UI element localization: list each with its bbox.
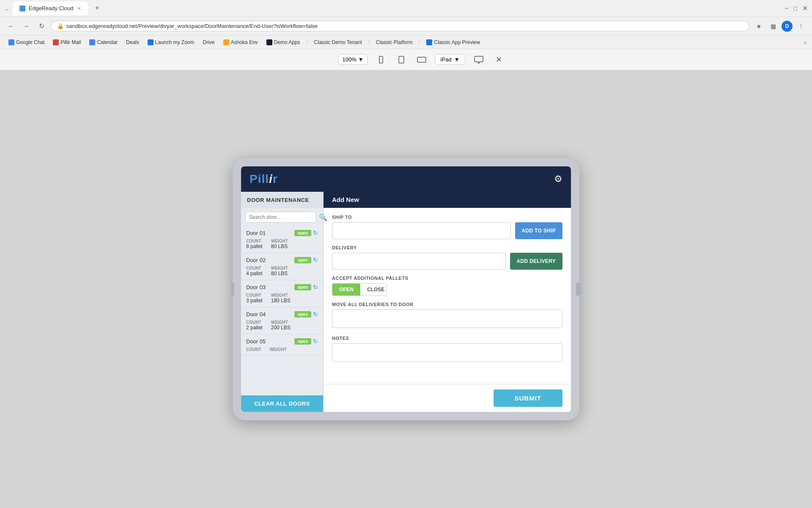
notes-section: NOTES	[332, 336, 562, 364]
content-area: Pillir ⚙ DOOR MAINTENANCE 🔍	[0, 70, 812, 508]
settings-icon[interactable]: ⚙	[554, 174, 562, 185]
tab-favicon	[19, 6, 25, 11]
svg-rect-2	[417, 57, 426, 62]
profile-icon[interactable]: D	[782, 21, 793, 32]
door-01-refresh-icon[interactable]: ↻	[313, 229, 318, 236]
delivery-label: DELIVERY	[332, 245, 562, 250]
door-item-02[interactable]: Door 02 open ↻ COUNT 4 pallet	[241, 253, 323, 280]
bookmark-label: Deals	[126, 39, 139, 45]
add-new-title: Add New	[332, 196, 359, 203]
bookmark-demo-apps[interactable]: Demo Apps	[263, 38, 304, 47]
bookmark-calendar[interactable]: Calendar	[86, 38, 121, 47]
ship-to-label: SHIP TO	[332, 215, 562, 220]
notes-input[interactable]	[332, 343, 562, 362]
door-02-name: Door 02	[246, 257, 266, 263]
door-03-count-label: COUNT	[246, 293, 263, 298]
window-close-btn[interactable]: ✕	[802, 4, 808, 12]
door-05-badges: open ↻	[294, 338, 318, 345]
ship-to-input[interactable]	[332, 222, 511, 239]
bookmark-label: Ashoka Env	[231, 39, 258, 45]
submit-button[interactable]: SUBMIT	[494, 389, 563, 407]
extensions-icon[interactable]: ▩	[767, 20, 779, 32]
bookmark-label: Classic Demo Tenant	[314, 39, 362, 45]
bookmark-pillir-mail[interactable]: Pillir Mail	[49, 38, 84, 47]
door-01-header: Door 01 open ↻	[246, 229, 318, 236]
door-03-stats: COUNT 3 pallet WEIGHT 180 LBS	[246, 293, 318, 304]
bookmark-zoom[interactable]: Launch my Zoom	[144, 38, 198, 47]
door-03-name: Door 03	[246, 284, 266, 290]
browser-tab[interactable]: EdgeReady Cloud ✕	[13, 2, 88, 15]
maximize-btn[interactable]: □	[794, 5, 797, 12]
bookmark-classic-demo[interactable]: Classic Demo Tenant	[311, 38, 365, 47]
door-04-refresh-icon[interactable]: ↻	[313, 311, 318, 318]
logo-i: i	[269, 172, 273, 185]
move-deliveries-input[interactable]	[332, 309, 562, 328]
zoom-value: 100%	[342, 56, 356, 63]
calendar-icon	[89, 39, 95, 45]
door-04-count-col: COUNT 2 pallet	[246, 320, 263, 331]
back-btn[interactable]: ←	[5, 20, 17, 32]
new-tab-btn[interactable]: +	[91, 3, 103, 14]
door-05-header: Door 05 open ↻	[246, 338, 318, 345]
door-02-refresh-icon[interactable]: ↻	[313, 257, 318, 263]
door-03-count-col: COUNT 3 pallet	[246, 293, 263, 304]
door-04-status: open	[294, 311, 311, 318]
door-05-refresh-icon[interactable]: ↻	[313, 338, 318, 345]
device-dropdown-icon: ▼	[454, 56, 460, 63]
door-01-weight-label: WEIGHT	[271, 239, 288, 243]
add-to-ship-button[interactable]: ADD TO SHIP	[515, 222, 562, 239]
device-toolbar: 100% ▼ iPad ▼ ✕	[0, 49, 812, 70]
bookmark-label: Demo Apps	[274, 39, 300, 45]
bookmark-classic-app-preview[interactable]: Classic App Preview	[423, 38, 483, 47]
door-item-04[interactable]: Door 04 open ↻ COUNT 2 pallet	[241, 307, 323, 334]
close-toggle-btn[interactable]: CLOSE	[360, 284, 387, 295]
door-list: Door 01 open ↻ COUNT 8 pallet	[241, 226, 323, 395]
tablet-portrait-btn[interactable]	[395, 53, 408, 66]
door-item-01[interactable]: Door 01 open ↻ COUNT 8 pallet	[241, 226, 323, 253]
bookmark-label: Launch my Zoom	[155, 39, 195, 45]
svg-rect-3	[475, 56, 483, 62]
minimize-btn[interactable]: −	[785, 5, 788, 12]
browser-toolbar: ← → ↻ 🔒 sandbox.edgereadycloud.net/Previ…	[0, 17, 812, 36]
zoom-select[interactable]: 100% ▼	[338, 54, 367, 65]
door-item-03[interactable]: Door 03 open ↻ COUNT 3 pallet	[241, 280, 323, 307]
device-select[interactable]: iPad ▼	[435, 54, 465, 65]
bookmark-label: Classic App Preview	[434, 39, 480, 45]
tablet-landscape-btn[interactable]	[415, 53, 428, 66]
bookmark-label: Calendar	[97, 39, 118, 45]
bookmark-classic-platform[interactable]: Classic Platform	[373, 38, 416, 47]
more-bookmarks-btn[interactable]: »	[804, 39, 807, 46]
forward-btn[interactable]: →	[20, 20, 32, 32]
monitor-icon[interactable]	[472, 53, 486, 66]
refresh-btn[interactable]: ↻	[36, 20, 47, 32]
sidebar-search-bar: 🔍	[241, 208, 323, 226]
bookmark-ashoka[interactable]: Ashoka Env	[220, 38, 261, 47]
door-04-stats: COUNT 2 pallet WEIGHT 200 LBS	[246, 320, 318, 331]
browser-window: ⌄ EdgeReady Cloud ✕ + − □ ✕ ← → ↻ 🔒 sand…	[0, 0, 812, 508]
add-delivery-button[interactable]: ADD DELIVERY	[510, 253, 563, 270]
door-01-name: Door 01	[246, 230, 266, 236]
open-toggle-btn[interactable]: OPEN	[332, 284, 360, 295]
app-header: Pillir ⚙	[241, 166, 571, 192]
notes-label: NOTES	[332, 336, 562, 341]
bookmark-deals[interactable]: Deals	[123, 38, 143, 47]
delivery-input[interactable]	[332, 253, 506, 270]
bookmark-icon[interactable]: ★	[753, 20, 765, 32]
door-03-refresh-icon[interactable]: ↻	[313, 284, 318, 290]
search-input[interactable]	[245, 212, 316, 223]
tablet-side-button-right	[576, 283, 581, 295]
bookmark-drive[interactable]: Drive	[200, 38, 218, 47]
close-device-toolbar-btn[interactable]: ✕	[492, 53, 506, 66]
door-item-05[interactable]: Door 05 open ↻ COUNT	[241, 334, 323, 356]
address-bar[interactable]: 🔒 sandbox.edgereadycloud.net/Preview/div…	[51, 21, 749, 31]
mobile-view-btn[interactable]	[374, 53, 388, 66]
clear-all-doors-button[interactable]: CLEAR ALL DOORS	[241, 395, 323, 412]
tab-close-btn[interactable]: ✕	[77, 6, 81, 11]
tab-title: EdgeReady Cloud	[29, 5, 74, 11]
door-01-stats: COUNT 8 pallet WEIGHT 80 LBS	[246, 239, 318, 249]
menu-icon[interactable]: ⋮	[795, 20, 807, 32]
collapse-icon[interactable]: ⌄	[4, 5, 9, 12]
door-01-count-col: COUNT 8 pallet	[246, 239, 263, 249]
door-04-name: Door 04	[246, 311, 266, 318]
bookmark-google-chat[interactable]: Google Chat	[5, 38, 48, 47]
